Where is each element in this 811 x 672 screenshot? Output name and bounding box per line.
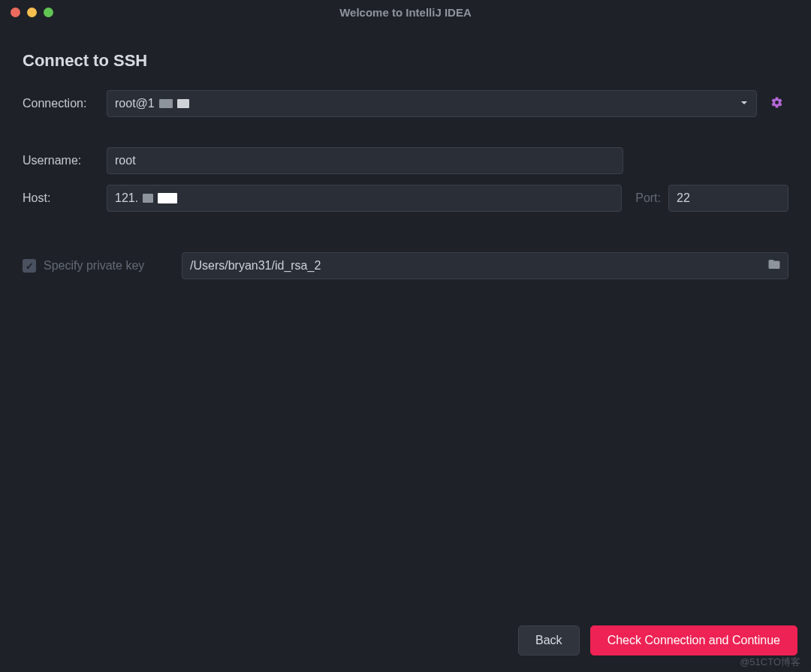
window-title: Welcome to IntelliJ IDEA	[0, 6, 811, 19]
browse-key-button[interactable]	[765, 257, 783, 275]
host-input-wrap: 121.	[107, 185, 622, 212]
connection-value: root@1	[115, 97, 189, 110]
private-key-row: ✓ Specify private key	[23, 252, 788, 279]
back-button-label: Back	[535, 634, 562, 647]
back-button[interactable]: Back	[518, 625, 580, 655]
username-input-wrap	[107, 147, 623, 174]
minimize-window-button[interactable]	[27, 8, 37, 17]
host-port-row: Host: 121. Port:	[23, 185, 788, 212]
checkmark-icon: ✓	[26, 261, 34, 272]
connection-value-text: root@1	[115, 97, 155, 110]
port-input[interactable]	[677, 191, 780, 205]
username-input[interactable]	[115, 154, 615, 167]
host-label: Host:	[23, 191, 107, 205]
window-root: Welcome to IntelliJ IDEA Connect to SSH …	[0, 0, 811, 672]
private-key-label: Specify private key	[44, 259, 144, 273]
connection-settings-button[interactable]	[764, 92, 788, 116]
footer: Back Check Connection and Continue	[0, 625, 811, 672]
traffic-lights	[11, 8, 53, 17]
username-row: Username:	[23, 147, 788, 174]
content-spacer	[23, 294, 788, 625]
private-key-checkbox-wrap[interactable]: ✓ Specify private key	[23, 259, 182, 273]
check-connection-button[interactable]: Check Connection and Continue	[590, 625, 797, 655]
host-input[interactable]	[182, 191, 614, 205]
port-label: Port:	[635, 191, 661, 205]
redacted-segment	[143, 194, 153, 203]
titlebar: Welcome to IntelliJ IDEA	[0, 0, 811, 24]
maximize-window-button[interactable]	[44, 8, 53, 17]
host-value-text: 121.	[115, 191, 138, 205]
connection-row: Connection: root@1	[23, 90, 788, 117]
private-key-checkbox[interactable]: ✓	[23, 259, 36, 273]
gear-icon	[770, 96, 783, 112]
redacted-segment	[177, 99, 189, 108]
redacted-segment	[158, 193, 177, 203]
page-title: Connect to SSH	[23, 51, 788, 71]
close-window-button[interactable]	[11, 8, 20, 17]
check-connection-button-label: Check Connection and Continue	[607, 634, 780, 647]
connection-label: Connection:	[23, 97, 107, 110]
content-area: Connect to SSH Connection: root@1	[0, 24, 811, 625]
chevron-down-icon	[740, 97, 749, 110]
watermark: @51CTO博客	[740, 655, 800, 669]
host-port-wrap: 121. Port:	[107, 185, 788, 212]
private-key-path-input[interactable]	[190, 259, 780, 273]
redacted-segment	[159, 99, 173, 108]
folder-icon	[767, 258, 781, 274]
private-key-path-wrap	[182, 252, 788, 279]
username-label: Username:	[23, 154, 107, 167]
port-input-wrap	[668, 185, 788, 212]
connection-dropdown[interactable]: root@1	[107, 90, 757, 117]
